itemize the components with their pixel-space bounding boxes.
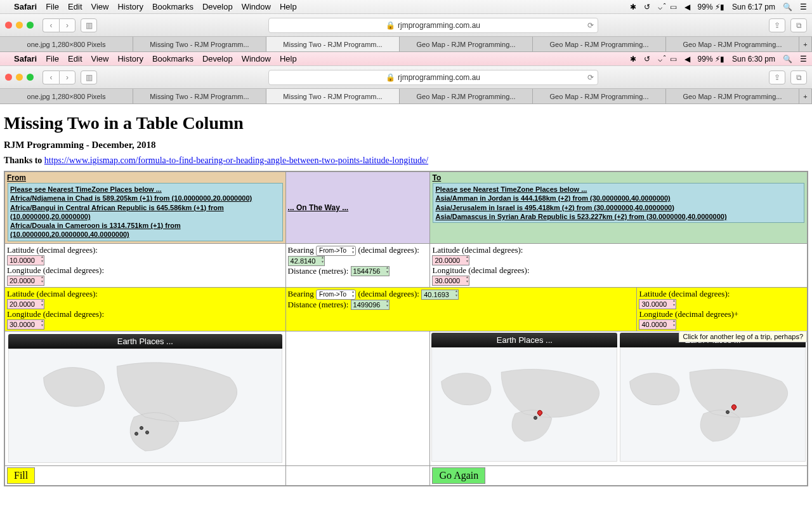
from-lat-1-input[interactable]: 10.0000 bbox=[7, 255, 44, 265]
back-button-inner[interactable]: ‹ bbox=[43, 70, 59, 84]
menu-help[interactable]: Help bbox=[280, 2, 297, 11]
spotlight-icon-inner[interactable]: 🔍 bbox=[783, 55, 792, 64]
cell-mid-2: Bearing From->To (decimal degrees): 40.1… bbox=[285, 287, 637, 331]
tab-inner-3[interactable]: Missing Two - RJM Programm... bbox=[266, 89, 400, 104]
to-lat-1-input[interactable]: 20.0000 bbox=[432, 255, 469, 265]
battery-status-inner[interactable]: 99% ⚡︎▮ bbox=[698, 55, 724, 64]
page-subtitle: RJM Programming - December, 2018 bbox=[4, 140, 808, 150]
wifi-icon[interactable]: ⌵̂ bbox=[658, 3, 662, 11]
direction-select-1[interactable]: From->To bbox=[316, 246, 356, 256]
distance-2-input[interactable]: 1499096 bbox=[351, 300, 390, 310]
tab-4[interactable]: Geo Map - RJM Programming... bbox=[400, 37, 533, 51]
menu-edit[interactable]: Edit bbox=[68, 2, 82, 11]
tab-1[interactable]: one.jpg 1,280×800 Pixels bbox=[0, 37, 133, 51]
menu-develop-inner[interactable]: Develop bbox=[202, 54, 233, 64]
clock[interactable]: Sun 6:17 pm bbox=[732, 3, 775, 11]
app-name-inner[interactable]: Safari bbox=[14, 54, 37, 64]
minimize-button[interactable] bbox=[16, 22, 23, 29]
zoom-button-inner[interactable] bbox=[27, 74, 34, 81]
share-button-inner[interactable]: ⇪ bbox=[769, 70, 785, 84]
menu-bookmarks-inner[interactable]: Bookmarks bbox=[152, 54, 193, 64]
display-icon[interactable]: ▭ bbox=[670, 3, 677, 11]
to-lon-1-input[interactable]: 30.0000 bbox=[432, 276, 469, 286]
tab-5[interactable]: Geo Map - RJM Programming... bbox=[533, 37, 666, 51]
sidebar-button-inner[interactable]: ▥ bbox=[81, 70, 97, 84]
fill-button[interactable]: Fill bbox=[7, 467, 35, 484]
minimize-button-inner[interactable] bbox=[16, 74, 23, 81]
address-bar[interactable]: 🔒 rjmprogramming.com.au ⟳ bbox=[268, 18, 598, 33]
to-lat-2-input[interactable]: 30.0000 bbox=[639, 299, 676, 309]
clock-inner[interactable]: Sun 6:30 pm bbox=[732, 55, 775, 64]
menu-view[interactable]: View bbox=[91, 2, 109, 11]
menu-history-inner[interactable]: History bbox=[117, 54, 143, 64]
volume-icon[interactable]: ◀ bbox=[684, 3, 690, 11]
sidebar-button[interactable]: ▥ bbox=[81, 18, 97, 32]
share-button[interactable]: ⇪ bbox=[769, 18, 785, 32]
map-body-3[interactable] bbox=[620, 347, 806, 462]
bearing-2-input[interactable]: 40.1693 bbox=[421, 290, 459, 300]
map-body-1[interactable] bbox=[8, 349, 282, 463]
thanks-link[interactable]: https://www.igismap.com/formula-to-find-… bbox=[44, 156, 428, 165]
notification-icon-inner[interactable]: ☰ bbox=[800, 55, 807, 64]
tab-inner-2[interactable]: Missing Two - RJM Programm... bbox=[133, 89, 266, 104]
tab-3[interactable]: Missing Two - RJM Programm... bbox=[266, 37, 400, 51]
menu-history[interactable]: History bbox=[117, 2, 143, 11]
back-button[interactable]: ‹ bbox=[43, 18, 59, 32]
lock-icon: 🔒 bbox=[386, 21, 395, 30]
tabs-button-inner[interactable]: ⧉ bbox=[790, 70, 807, 84]
volume-icon-inner[interactable]: ◀ bbox=[684, 55, 690, 64]
tab-inner-1[interactable]: one.jpg 1,280×800 Pixels bbox=[0, 89, 133, 104]
tab-2[interactable]: Missing Two - RJM Programm... bbox=[133, 37, 266, 51]
from-lon-2-input[interactable]: 30.0000 bbox=[7, 319, 44, 330]
reload-icon-inner[interactable]: ⟳ bbox=[587, 73, 594, 82]
notification-icon[interactable]: ☰ bbox=[800, 3, 807, 11]
to-lon-2-input[interactable]: 40.0000 bbox=[639, 319, 676, 330]
close-button[interactable] bbox=[5, 22, 12, 29]
menu-help-inner[interactable]: Help bbox=[280, 54, 297, 64]
wifi-icon-inner[interactable]: ⌵̂ bbox=[658, 55, 662, 64]
forward-button-inner[interactable]: › bbox=[59, 70, 75, 84]
tab-inner-5[interactable]: Geo Map - RJM Programming... bbox=[533, 89, 666, 104]
menu-bookmarks[interactable]: Bookmarks bbox=[152, 2, 193, 11]
timezone-to-box: Please see Nearest TimeZone Places below… bbox=[433, 183, 804, 223]
tab-inner-4[interactable]: Geo Map - RJM Programming... bbox=[400, 89, 533, 104]
battery-status[interactable]: 99% ⚡︎▮ bbox=[698, 3, 724, 11]
timemachine-icon-inner[interactable]: ↺ bbox=[644, 55, 650, 64]
zoom-button[interactable] bbox=[27, 22, 34, 29]
new-tab-button-inner[interactable]: + bbox=[799, 89, 812, 104]
menu-edit-inner[interactable]: Edit bbox=[68, 54, 82, 64]
close-button-inner[interactable] bbox=[5, 74, 12, 81]
timemachine-icon[interactable]: ↺ bbox=[644, 3, 650, 11]
avast-icon-inner[interactable]: ✱ bbox=[630, 55, 636, 64]
menu-file[interactable]: File bbox=[46, 2, 59, 11]
timezone-from-box: Please see Nearest TimeZone Places below… bbox=[8, 183, 283, 241]
from-lat-2-input[interactable]: 20.0000 bbox=[7, 299, 44, 309]
tab-6[interactable]: Geo Map - RJM Programming... bbox=[666, 37, 799, 51]
bearing-1-input[interactable]: 42.8140 bbox=[288, 256, 325, 266]
macos-menubar-inner: Safari File Edit View History Bookmarks … bbox=[0, 52, 812, 66]
header-from: From Please see Nearest TimeZone Places … bbox=[4, 171, 285, 243]
menu-file-inner[interactable]: File bbox=[46, 54, 59, 64]
reload-icon[interactable]: ⟳ bbox=[587, 21, 594, 30]
app-name[interactable]: Safari bbox=[14, 2, 37, 11]
address-bar-inner[interactable]: 🔒 rjmprogramming.com.au ⟳ bbox=[268, 70, 598, 85]
forward-button[interactable]: › bbox=[59, 18, 75, 32]
tab-inner-6[interactable]: Geo Map - RJM Programming... bbox=[666, 89, 799, 104]
display-icon-inner[interactable]: ▭ bbox=[670, 55, 677, 64]
spotlight-icon[interactable]: 🔍 bbox=[783, 3, 792, 11]
menu-develop[interactable]: Develop bbox=[202, 2, 233, 11]
menu-window[interactable]: Window bbox=[242, 2, 271, 11]
menu-window-inner[interactable]: Window bbox=[242, 54, 271, 64]
distance-1-input[interactable]: 1544756 bbox=[351, 266, 390, 276]
menu-view-inner[interactable]: View bbox=[91, 54, 109, 64]
cell-to-1: Latitude (decimal degrees): 20.0000 Long… bbox=[430, 243, 808, 287]
go-again-button[interactable]: Go Again bbox=[432, 467, 485, 484]
direction-select-2[interactable]: From->To bbox=[316, 290, 356, 300]
cell-to-2: Latitude (decimal degrees): 30.0000 Long… bbox=[637, 287, 808, 331]
header-mid: ... On The Way ... bbox=[285, 171, 430, 243]
map-body-2[interactable] bbox=[431, 347, 617, 462]
new-tab-button[interactable]: + bbox=[799, 37, 812, 51]
avast-icon[interactable]: ✱ bbox=[630, 3, 636, 11]
tabs-button[interactable]: ⧉ bbox=[790, 18, 807, 32]
from-lon-1-input[interactable]: 20.0000 bbox=[7, 276, 44, 286]
